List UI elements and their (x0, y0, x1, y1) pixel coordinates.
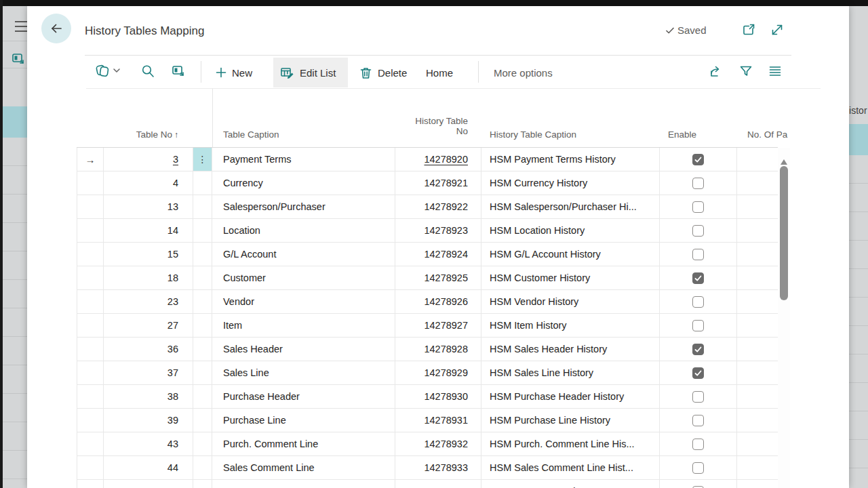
table-row[interactable]: 23Vendor14278926HSM Vendor History (77, 290, 778, 314)
enable-checkbox[interactable] (692, 320, 704, 331)
history-table-no-cell[interactable]: 14278925 (395, 266, 481, 289)
table-row[interactable]: 38Purchase Header14278930HSM Purchase He… (77, 385, 778, 409)
table-caption-cell[interactable]: Purchase Line (212, 409, 395, 432)
no-of-pages-cell[interactable] (737, 266, 778, 289)
column-header-table-no[interactable]: Table No↑ (77, 129, 178, 140)
no-of-pages-cell[interactable] (737, 243, 778, 266)
table-no-cell[interactable]: 43 (104, 432, 193, 455)
row-options-cell[interactable] (193, 480, 212, 488)
table-no-cell[interactable]: 15 (104, 243, 193, 266)
history-table-no-cell[interactable]: 14278922 (395, 195, 481, 218)
table-no-cell[interactable]: 13 (104, 195, 193, 218)
row-options-cell[interactable] (193, 338, 212, 361)
history-table-caption-cell[interactable]: HSM Sales Header History (481, 338, 660, 361)
history-table-no-cell[interactable]: 14278934 (395, 480, 481, 488)
filter-icon[interactable] (738, 64, 753, 79)
row-selector-cell[interactable] (77, 290, 104, 313)
switch-pages-icon[interactable] (95, 64, 125, 79)
table-no-cell[interactable]: 14 (104, 219, 193, 242)
history-table-no-cell[interactable]: 14278926 (395, 290, 481, 313)
row-options-cell[interactable] (193, 314, 212, 337)
no-of-pages-cell[interactable] (737, 290, 778, 313)
table-row[interactable]: 13Salesperson/Purchaser14278922HSM Sales… (77, 195, 778, 219)
edit-list-button[interactable]: Edit List (273, 58, 348, 87)
no-of-pages-cell[interactable] (737, 385, 778, 408)
table-row[interactable]: 39Purchase Line14278931HSM Purchase Line… (77, 409, 778, 432)
more-options-menu[interactable]: More options (487, 58, 559, 87)
row-options-cell[interactable] (193, 171, 212, 195)
row-options-cell[interactable] (193, 361, 212, 384)
new-button[interactable]: New (209, 58, 259, 87)
row-selector-cell[interactable] (77, 243, 104, 266)
focus-mode-icon[interactable] (11, 52, 26, 66)
history-table-caption-cell[interactable]: HSM Vendor History (481, 290, 660, 313)
table-caption-cell[interactable]: Payment Terms (212, 148, 395, 171)
column-header-history-table-caption[interactable]: History Table Caption (490, 129, 576, 140)
table-no-cell[interactable]: 38 (104, 385, 193, 408)
history-table-caption-cell[interactable]: HSM Salesperson/Purchaser Hi... (481, 195, 660, 218)
row-options-cell[interactable] (193, 385, 212, 408)
row-selector-cell[interactable] (77, 409, 104, 432)
table-caption-cell[interactable]: Sales Header (212, 338, 395, 361)
column-header-table-caption[interactable]: Table Caption (223, 129, 279, 140)
enable-checkbox[interactable] (692, 201, 704, 213)
no-of-pages-cell[interactable] (737, 432, 778, 455)
search-icon[interactable] (140, 64, 155, 79)
table-no-cell[interactable]: 39 (104, 409, 193, 432)
choose-view-icon[interactable] (768, 64, 783, 79)
history-table-caption-cell[interactable]: HSM Currency History (481, 171, 660, 195)
row-selector-cell[interactable] (77, 385, 104, 408)
history-table-caption-cell[interactable]: HSM G/L Account History (481, 243, 660, 266)
history-table-no-cell[interactable]: 14278931 (395, 409, 481, 432)
enable-checkbox[interactable] (692, 415, 704, 426)
row-selector-cell[interactable]: → (77, 148, 104, 171)
history-table-no-cell[interactable]: 14278920 (395, 148, 481, 171)
expand-page-icon[interactable] (770, 22, 785, 37)
enable-checkbox[interactable] (692, 367, 704, 379)
row-selector-cell[interactable] (77, 361, 104, 384)
no-of-pages-cell[interactable] (737, 148, 778, 171)
table-caption-cell[interactable]: Item (212, 314, 395, 337)
scrollbar-thumb[interactable] (780, 166, 788, 300)
table-no-cell[interactable]: 23 (104, 290, 193, 313)
column-header-enable[interactable]: Enable (668, 129, 696, 140)
history-table-caption-cell[interactable]: HSM Payment Terms History (481, 148, 660, 171)
table-no-cell[interactable]: 91 (104, 480, 193, 488)
history-table-caption-cell[interactable]: HSM Sales Line History (481, 361, 660, 384)
history-table-caption-cell[interactable]: HSM Location History (481, 219, 660, 242)
history-table-caption-cell[interactable]: HSM Purchase Header History (481, 385, 660, 408)
table-caption-cell[interactable]: Vendor (212, 290, 395, 313)
row-selector-cell[interactable] (77, 456, 104, 479)
history-table-caption-cell[interactable]: HSM User Setup Hist... (481, 480, 660, 488)
table-no-cell[interactable]: 37 (104, 361, 193, 384)
no-of-pages-cell[interactable] (737, 219, 778, 242)
scrollbar-up-arrow[interactable] (781, 159, 787, 165)
enable-checkbox[interactable] (692, 178, 704, 189)
row-options-cell[interactable]: ⋮ (193, 148, 212, 171)
no-of-pages-cell[interactable] (737, 171, 778, 195)
table-row[interactable]: →3⋮Payment Terms14278920HSM Payment Term… (77, 148, 778, 171)
history-table-no-cell[interactable]: 14278932 (395, 432, 481, 455)
row-options-cell[interactable] (193, 290, 212, 313)
history-table-caption-cell[interactable]: HSM Purch. Comment Line His... (481, 432, 660, 455)
table-caption-cell[interactable]: Sales Comment Line (212, 456, 395, 479)
no-of-pages-cell[interactable] (737, 361, 778, 384)
table-caption-cell[interactable]: Currency (212, 171, 395, 195)
enable-checkbox[interactable] (692, 439, 704, 450)
no-of-pages-cell[interactable] (737, 409, 778, 432)
enable-checkbox[interactable] (692, 296, 704, 308)
row-selector-cell[interactable] (77, 266, 104, 289)
delete-button[interactable]: Delete (353, 58, 414, 87)
history-table-no-cell[interactable]: 14278923 (395, 219, 481, 242)
table-caption-cell[interactable]: Location (212, 219, 395, 242)
table-row[interactable]: 18Customer14278925HSM Customer History (77, 266, 778, 290)
history-table-no-cell[interactable]: 14278930 (395, 385, 481, 408)
table-no-cell[interactable]: 27 (104, 314, 193, 337)
history-table-no-cell[interactable]: 14278921 (395, 171, 481, 195)
enable-checkbox[interactable] (692, 462, 704, 474)
row-options-cell[interactable] (193, 219, 212, 242)
enable-checkbox[interactable] (692, 272, 704, 284)
row-options-cell[interactable] (193, 195, 212, 218)
back-button[interactable] (41, 14, 71, 43)
enable-checkbox[interactable] (692, 154, 704, 165)
